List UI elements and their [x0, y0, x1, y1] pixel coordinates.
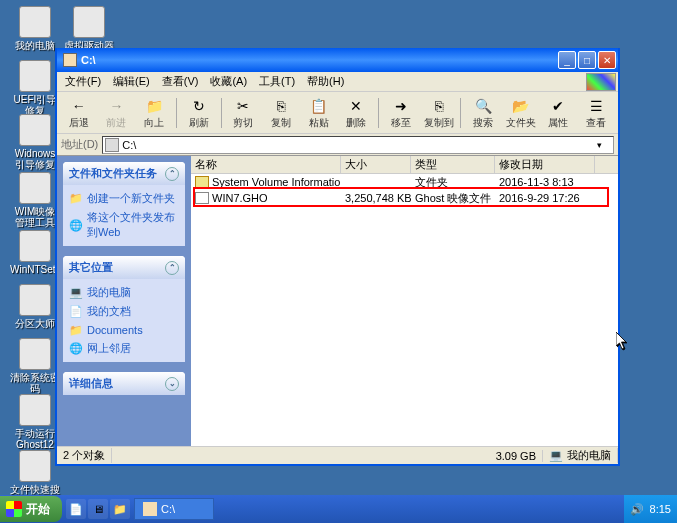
link-icon: 🌐 [69, 218, 83, 232]
menu-item[interactable]: 收藏(A) [204, 72, 253, 91]
toolbar-后退-button[interactable]: ←后退 [61, 94, 97, 132]
taskbar: 开始 📄 🖥 📁 C:\ 🔊 8:15 [0, 495, 677, 523]
tray-icon[interactable]: 🔊 [630, 502, 644, 516]
toolbar-剪切-button[interactable]: ✂剪切 [226, 94, 262, 132]
menu-item[interactable]: 工具(T) [253, 72, 301, 91]
quick-launch-item[interactable]: 📄 [66, 499, 86, 519]
column-size[interactable]: 大小 [341, 156, 411, 173]
desktop-icon[interactable]: 手动运行Ghost12 [10, 394, 60, 450]
toolbar-复制到-button[interactable]: ⎘复制到 [421, 94, 457, 132]
address-dropdown-icon[interactable]: ▾ [597, 140, 611, 150]
app-icon [19, 60, 51, 92]
后退-icon: ← [69, 96, 89, 116]
toolbar-刷新-button[interactable]: ↻刷新 [181, 94, 217, 132]
link-icon: 📁 [69, 323, 83, 337]
tasks-sidebar: 文件和文件夹任务 ⌃ 📁创建一个新文件夹🌐将这个文件夹发布到Web 其它位置 ⌃… [57, 156, 191, 446]
other-places-header[interactable]: 其它位置 ⌃ [63, 256, 185, 279]
titlebar[interactable]: C:\ _ □ ✕ [57, 48, 618, 72]
task-link[interactable]: 🌐将这个文件夹发布到Web [69, 208, 179, 242]
toolbar-粘贴-button[interactable]: 📋粘贴 [301, 94, 337, 132]
desktop-icon[interactable]: Widnows引导修复 [10, 114, 60, 170]
other-places-panel: 其它位置 ⌃ 💻我的电脑📄我的文档📁Documents🌐网上邻居 [63, 256, 185, 362]
drive-icon [105, 138, 119, 152]
quick-launch-item[interactable]: 📁 [110, 499, 130, 519]
desktop-icon[interactable]: 清除系统密码 [10, 338, 60, 394]
folder-icon [63, 53, 77, 67]
folder-icon [143, 502, 157, 516]
task-link[interactable]: 🌐网上邻居 [69, 339, 179, 358]
column-type[interactable]: 类型 [411, 156, 495, 173]
menu-item[interactable]: 查看(V) [156, 72, 205, 91]
file-list-area: 名称 大小 类型 修改日期 System Volume Information文… [191, 156, 618, 446]
close-button[interactable]: ✕ [598, 51, 616, 69]
start-button[interactable]: 开始 [0, 496, 62, 522]
desktop-icon[interactable]: 分区大师 [10, 284, 60, 329]
address-field[interactable]: C:\ ▾ [102, 136, 614, 154]
toolbar-向上-button[interactable]: 📁向上 [136, 94, 172, 132]
quick-launch-item[interactable]: 🖥 [88, 499, 108, 519]
复制到-icon: ⎘ [429, 96, 449, 116]
system-tray[interactable]: 🔊 8:15 [624, 495, 677, 523]
移至-icon: ➜ [391, 96, 411, 116]
separator [221, 98, 222, 128]
app-icon [19, 394, 51, 426]
toolbar-移至-button[interactable]: ➜移至 [383, 94, 419, 132]
menu-item[interactable]: 编辑(E) [107, 72, 156, 91]
address-label: 地址(D) [61, 137, 98, 152]
column-name[interactable]: 名称 [191, 156, 341, 173]
status-count: 2 个对象 [57, 448, 112, 463]
file-row[interactable]: System Volume Information文件夹2016-11-3 8:… [191, 174, 618, 190]
clock: 8:15 [650, 503, 671, 515]
chevron-up-icon: ⌃ [165, 261, 179, 275]
window-title: C:\ [81, 54, 558, 66]
link-icon: 📁 [69, 192, 83, 206]
explorer-window: C:\ _ □ ✕ 文件(F)编辑(E)查看(V)收藏(A)工具(T)帮助(H)… [55, 48, 620, 466]
chevron-up-icon: ⌃ [165, 167, 179, 181]
刷新-icon: ↻ [189, 96, 209, 116]
column-date[interactable]: 修改日期 [495, 156, 595, 173]
toolbar-搜索-button[interactable]: 🔍搜索 [465, 94, 501, 132]
toolbar-查看-button[interactable]: ☰查看 [578, 94, 614, 132]
maximize-button[interactable]: □ [578, 51, 596, 69]
minimize-button[interactable]: _ [558, 51, 576, 69]
menu-item[interactable]: 文件(F) [59, 72, 107, 91]
separator [460, 98, 461, 128]
app-icon [19, 230, 51, 262]
column-headers: 名称 大小 类型 修改日期 [191, 156, 618, 174]
task-link[interactable]: 📄我的文档 [69, 302, 179, 321]
address-bar: 地址(D) C:\ ▾ [57, 134, 618, 156]
文件夹-icon: 📂 [511, 96, 531, 116]
toolbar-文件夹-button[interactable]: 📂文件夹 [503, 94, 539, 132]
address-value: C:\ [122, 139, 594, 151]
details-header[interactable]: 详细信息 ⌄ [63, 372, 185, 395]
quick-launch: 📄 🖥 📁 [62, 499, 134, 519]
desktop-icon[interactable]: 我的电脑 [10, 6, 60, 51]
toolbar-复制-button[interactable]: ⎘复制 [263, 94, 299, 132]
desktop-icon[interactable]: WinNTSetup [10, 230, 60, 275]
搜索-icon: 🔍 [473, 96, 493, 116]
app-icon [19, 338, 51, 370]
details-panel: 详细信息 ⌄ [63, 372, 185, 395]
desktop-icon[interactable]: WIM映像管理工具 [10, 172, 60, 228]
toolbar: ←后退→前进📁向上↻刷新✂剪切⎘复制📋粘贴✕删除➜移至⎘复制到🔍搜索📂文件夹✔属… [57, 92, 618, 134]
status-location: 我的电脑 [567, 448, 611, 463]
menubar: 文件(F)编辑(E)查看(V)收藏(A)工具(T)帮助(H) [57, 72, 618, 92]
剪切-icon: ✂ [233, 96, 253, 116]
app-icon [19, 172, 51, 204]
复制-icon: ⎘ [271, 96, 291, 116]
toolbar-删除-button[interactable]: ✕删除 [338, 94, 374, 132]
menu-item[interactable]: 帮助(H) [301, 72, 350, 91]
属性-icon: ✔ [548, 96, 568, 116]
toolbar-属性-button[interactable]: ✔属性 [541, 94, 577, 132]
desktop-icon[interactable]: UEFI引导修复 [10, 60, 60, 116]
desktop-icon[interactable]: 虚拟驱动器 [64, 6, 114, 51]
status-size: 3.09 GB [490, 450, 543, 462]
taskbar-window-button[interactable]: C:\ [134, 498, 214, 520]
前进-icon: → [106, 96, 126, 116]
file-row[interactable]: WIN7.GHO3,250,748 KBGhost 映像文件2016-9-29 … [191, 190, 618, 206]
task-link[interactable]: 💻我的电脑 [69, 283, 179, 302]
separator [378, 98, 379, 128]
task-link[interactable]: 📁创建一个新文件夹 [69, 189, 179, 208]
file-tasks-header[interactable]: 文件和文件夹任务 ⌃ [63, 162, 185, 185]
task-link[interactable]: 📁Documents [69, 321, 179, 339]
